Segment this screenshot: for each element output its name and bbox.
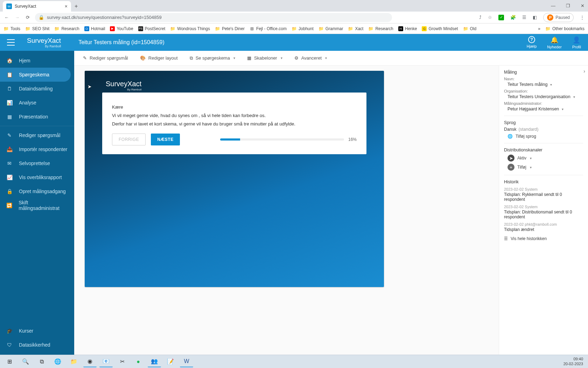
edit-layout-button[interactable]: 🎨 Rediger layout [140,55,178,61]
news-button[interactable]: 🔔 Nyheder [547,36,562,49]
add-language-button[interactable]: 🌐 Tilføj sprog [504,134,583,139]
history-entry: 2023-02-02 SystemTidsplan: Distributions… [504,205,583,219]
sidebar-item-opret-målingsadgang[interactable]: 🔒Opret målingsadgang [0,184,74,198]
sidebar-item-selvoprettelse[interactable]: ✉Selvoprettelse [0,156,74,170]
bookmark-item[interactable]: 📁Research [368,26,393,31]
bookmark-item[interactable]: ▶YouTube [110,26,133,31]
search-icon[interactable]: 🔍 [19,356,32,367]
start-button[interactable]: ⊞ [3,356,16,367]
bookmark-item[interactable]: 📁Jobhunt [292,26,314,31]
outlook-icon[interactable]: 📧 [99,356,113,367]
other-bookmarks-button[interactable]: 📁 Other bookmarks [545,26,584,31]
bookmarks-bar: 📁Tools📁SEO Shit📁ResearchOHotmail▶YouTube… [0,23,588,34]
explorer-icon[interactable]: 📁 [67,356,80,367]
sidebar-item-kurser[interactable]: 🎓Kurser [0,324,74,338]
side-panel-icon[interactable]: ◧ [533,15,537,20]
sidebar-item-label: Analyse [19,100,36,105]
tab-close-icon[interactable]: × [65,4,68,9]
bookmark-item[interactable]: 📁SEO Shit [25,26,49,31]
sidebar-item-dataindsamling[interactable]: 🗒Dataindsamling [0,82,74,96]
task-view-icon[interactable]: ⧉ [35,356,48,367]
dist-add-button[interactable]: + Tilføj ▾ [504,164,583,171]
snip-icon[interactable]: ✂ [115,356,129,367]
bookmark-item[interactable]: 📁Tools [4,26,20,31]
app-logo-main: SurveyXact [27,37,61,44]
progress-fill [220,138,240,141]
profile-paused-pill[interactable]: P Paused [543,13,574,22]
chevron-down-icon: ▾ [550,83,552,87]
chrome-icon[interactable]: ◉ [83,356,97,367]
sidebar-item-label: Rediger spørgsmål [19,132,60,138]
menu-dots-icon[interactable]: ⋮ [580,15,584,20]
sidebar-item-label: Hjem [19,58,30,63]
bookmark-item[interactable]: 📁Wondrous Things [170,26,210,31]
sidebar-item-label: Skift målingsadministrat [19,200,68,211]
rp-admin-value[interactable]: Petur Højgaard Kristensen▾ [504,107,583,111]
back-icon[interactable]: ← [4,15,10,20]
templates-button[interactable]: ▦ Skabeloner ▾ [247,55,282,61]
browser-tab[interactable]: sx SurveyXact × [3,1,71,12]
bookmark-item[interactable]: 📁Old [463,26,477,31]
bookmark-item[interactable]: PSPostSecret [138,26,166,31]
check-ext-icon[interactable]: ✓ [498,15,504,20]
view-survey-button[interactable]: ⧉ Se spørgeskema ▾ [190,55,235,61]
bookmarks-overflow-icon[interactable]: » [538,26,540,31]
bookmark-item[interactable]: OHotmail [84,26,105,31]
rp-name-value[interactable]: Teitur Testers måling▾ [504,82,583,87]
rp-org-value[interactable]: Teitur Testers Underorganisation▾ [504,94,583,99]
other-bookmarks-label: Other bookmarks [552,26,584,31]
hamburger-button[interactable] [7,39,15,46]
reading-list-icon[interactable]: ☰ [522,15,526,20]
notes-icon[interactable]: 📝 [164,356,177,367]
edge-icon[interactable]: 🌐 [51,356,64,367]
sidebar-item-rediger-spørgsmål[interactable]: ✎Rediger spørgsmål [0,128,74,142]
sidebar-item-label: Præsentation [19,114,48,120]
sidebar-item-spørgeskema[interactable]: 📋Spørgeskema [0,68,71,82]
sidebar-item-import-r-respondenter[interactable]: 📥Importér respondenter [0,142,74,156]
spotify-icon[interactable]: ● [132,356,145,367]
reload-icon[interactable]: ⟳ [24,15,31,20]
bookmark-item[interactable]: GGrowth Mindset [422,26,458,31]
advanced-label: Avanceret [301,55,322,61]
bookmark-item[interactable]: 📁Pete's Diner [215,26,245,31]
bookmark-item[interactable]: 📁Grammar [318,26,343,31]
bookmark-item[interactable]: 📁Research [54,26,79,31]
dist-active-button[interactable]: ➤ Aktiv ▾ [504,155,583,162]
bookmark-label: Growth Mindset [428,26,458,31]
edit-questions-button[interactable]: ✎ Rediger spørgsmål [83,55,128,61]
help-button[interactable]: ? Hjælp [527,36,537,49]
forward-icon[interactable]: → [14,15,20,20]
sidebar-item-datasikkerhed[interactable]: 🛡Datasikkerhed [0,338,74,352]
browser-address-bar: ← → ⟳ 🔒 survey-xact.dk/survey/questionna… [0,12,588,23]
taskbar-clock[interactable]: 09:40 20-02-2023 [564,357,585,366]
word-icon[interactable]: W [180,356,193,367]
profile-button[interactable]: 👤 Profil [572,36,581,49]
address-input[interactable]: 🔒 survey-xact.dk/survey/questionnaires?s… [35,13,392,22]
bookmark-item[interactable]: HHenke [398,26,417,31]
advanced-button[interactable]: ⚙ Avanceret ▾ [294,55,327,61]
help-icon: ? [528,36,535,43]
close-window-icon[interactable]: ✕ [581,3,584,8]
extensions-icon[interactable]: 🧩 [510,15,516,20]
maximize-icon[interactable]: ❐ [566,3,570,8]
bookmark-item[interactable]: 📁Xact [348,26,363,31]
minimize-icon[interactable]: ― [551,3,555,8]
history-text: Tidsplan ændret [504,227,583,232]
templates-icon: ▦ [247,55,251,61]
teams-icon[interactable]: 👥 [148,356,161,367]
share-icon[interactable]: ⤴ [479,15,482,20]
bookmark-item[interactable]: ⊞Fejl - Office.com [250,26,287,31]
sidebar-item-hjem[interactable]: 🏠Hjem [0,54,74,68]
history-meta: 2023-02-02 phkt@ramboll.com [504,222,583,226]
rp-org-label: Organisation: [504,89,583,93]
sidebar-item-analyse[interactable]: 📊Analyse [0,96,74,110]
folder-icon: 📁 [170,26,175,31]
sidebar-item-præsentation[interactable]: ▦Præsentation [0,110,74,124]
new-tab-button[interactable]: + [75,3,78,9]
panel-collapse-icon[interactable]: › [583,68,585,74]
star-icon[interactable]: ☆ [488,15,492,20]
next-button[interactable]: NÆSTE [151,134,180,145]
sidebar-item-skift-målingsadministrat[interactable]: 🔁Skift målingsadministrat [0,198,74,212]
sidebar-item-vis-overbliksrapport[interactable]: 📈Vis overbliksrapport [0,170,74,184]
show-full-history-button[interactable]: ☰ Vis hele historikken [504,236,583,241]
